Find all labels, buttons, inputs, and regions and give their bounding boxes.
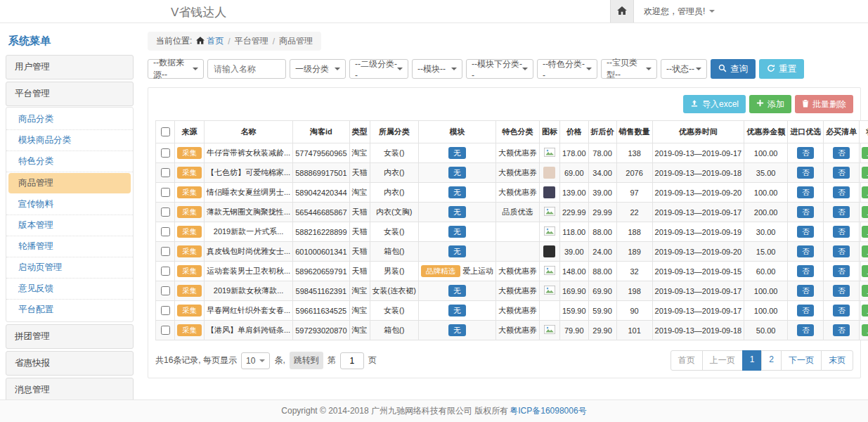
last-page-button[interactable]: 末页 xyxy=(821,350,853,371)
row-checkbox[interactable] xyxy=(161,286,170,295)
breadcrumb-home-link[interactable]: 首页 xyxy=(196,35,224,47)
sidebar-item-message-mgmt[interactable]: 消息管理 xyxy=(6,378,134,399)
chevron-down-icon xyxy=(193,68,198,70)
chevron-down-icon xyxy=(522,68,528,70)
welcome-text: 欢迎您，管理员! xyxy=(644,6,705,18)
per-page-select[interactable]: 10 xyxy=(241,352,270,369)
column-header-15: 状态 xyxy=(860,121,868,143)
page-2-button[interactable]: 2 xyxy=(761,350,782,371)
status-badge[interactable]: 上架 xyxy=(862,324,868,336)
icp-link[interactable]: 粤ICP备16098006号 xyxy=(510,405,586,417)
sidebar-item-module-product-category[interactable]: 模块商品分类 xyxy=(6,130,133,151)
import-select-badge[interactable]: 否 xyxy=(797,305,815,316)
name-search-input[interactable] xyxy=(207,59,286,79)
level1-category-select[interactable]: 一级分类 xyxy=(290,59,346,79)
cell-price: 159.90 xyxy=(559,301,588,321)
row-checkbox[interactable] xyxy=(161,168,170,177)
import-select-badge[interactable]: 否 xyxy=(797,265,815,277)
batch-delete-button[interactable]: 批量删除 xyxy=(795,95,853,113)
import-select-badge[interactable]: 否 xyxy=(797,226,815,238)
search-button[interactable]: 查询 xyxy=(711,59,756,79)
sidebar-item-promo-material[interactable]: 宣传物料 xyxy=(6,194,133,215)
import-select-badge[interactable]: 否 xyxy=(797,206,815,218)
sidebar-item-platform-mgmt[interactable]: 平台管理 xyxy=(6,82,134,106)
cell-source: 采集 xyxy=(175,262,205,281)
import-select-badge[interactable]: 否 xyxy=(797,167,815,179)
cell-module: 品牌精选爱上运动 xyxy=(418,262,495,281)
must-buy-badge[interactable]: 否 xyxy=(833,206,850,218)
sidebar-item-product-category[interactable]: 商品分类 xyxy=(6,109,133,130)
prev-page-button[interactable]: 上一页 xyxy=(702,350,743,371)
next-page-button[interactable]: 下一页 xyxy=(781,350,822,371)
sidebar-item-user-mgmt[interactable]: 用户管理 xyxy=(6,55,134,79)
sidebar-item-platform-config[interactable]: 平台配置 xyxy=(6,300,133,320)
cell-type: 淘宝 xyxy=(349,321,370,340)
breadcrumb-platform[interactable]: 平台管理 xyxy=(235,35,268,47)
must-buy-badge[interactable]: 否 xyxy=(833,186,850,198)
status-badge[interactable]: 上架 xyxy=(862,186,868,198)
home-button[interactable] xyxy=(610,0,634,23)
sidebar-item-carousel-mgmt[interactable]: 轮播管理 xyxy=(6,236,133,257)
row-checkbox[interactable] xyxy=(161,207,170,217)
sidebar-item-group-buy-mgmt[interactable]: 拼团管理 xyxy=(6,324,134,349)
row-checkbox[interactable] xyxy=(161,306,170,315)
must-buy-badge[interactable]: 否 xyxy=(833,245,850,257)
page-number-input[interactable] xyxy=(340,352,364,369)
cell-must-buy: 否 xyxy=(824,183,860,203)
sidebar-item-express-news[interactable]: 省惠快报 xyxy=(6,351,134,376)
import-excel-button[interactable]: 导入excel xyxy=(683,95,746,113)
feature-category-select[interactable]: --特色分类-- xyxy=(537,59,597,79)
cell-product-name: 2019新款一片式系... xyxy=(205,222,293,242)
status-badge[interactable]: 上架 xyxy=(862,305,868,316)
import-select-badge[interactable]: 否 xyxy=(797,245,815,257)
source-badge: 采集 xyxy=(177,206,202,218)
sidebar-item-product-mgmt[interactable]: 商品管理 xyxy=(8,173,131,193)
sidebar-item-feature-category[interactable]: 特色分类 xyxy=(6,151,133,172)
must-buy-badge[interactable]: 否 xyxy=(833,226,850,238)
status-badge[interactable]: 上架 xyxy=(862,245,868,257)
status-badge[interactable]: 上架 xyxy=(862,265,868,277)
must-buy-badge[interactable]: 否 xyxy=(833,265,850,277)
row-checkbox[interactable] xyxy=(161,326,170,335)
first-page-button[interactable]: 首页 xyxy=(671,350,703,371)
import-select-badge[interactable]: 否 xyxy=(797,285,815,297)
row-checkbox[interactable] xyxy=(161,247,170,256)
add-button[interactable]: 添加 xyxy=(749,95,791,113)
data-source-select[interactable]: --数据来源-- xyxy=(148,59,204,79)
item-type-select[interactable]: --宝贝类型-- xyxy=(601,59,657,79)
plus-icon xyxy=(756,99,764,109)
import-select-badge[interactable]: 否 xyxy=(797,324,815,336)
page-1-button[interactable]: 1 xyxy=(742,350,763,371)
level2-category-select[interactable]: --二级分类-- xyxy=(349,59,408,79)
module-select[interactable]: --模块-- xyxy=(412,59,462,79)
select-all-checkbox[interactable] xyxy=(161,127,170,136)
sidebar-item-splash-mgmt[interactable]: 启动页管理 xyxy=(6,257,133,279)
jump-to-button[interactable]: 跳转到 xyxy=(290,352,323,369)
module-sub-select[interactable]: --模块下分类-- xyxy=(466,59,533,79)
cell-icon xyxy=(539,222,559,242)
status-badge[interactable]: 上架 xyxy=(862,147,868,159)
row-checkbox[interactable] xyxy=(161,227,170,236)
row-checkbox[interactable] xyxy=(161,188,170,197)
must-buy-badge[interactable]: 否 xyxy=(833,305,850,316)
status-badge[interactable]: 上架 xyxy=(862,167,868,179)
row-checkbox[interactable] xyxy=(161,148,170,158)
status-select[interactable]: --状态-- xyxy=(661,59,707,79)
status-badge[interactable]: 上架 xyxy=(862,226,868,238)
cell-feature: 大额优惠券 xyxy=(495,163,539,183)
must-buy-badge[interactable]: 否 xyxy=(833,324,850,336)
user-menu[interactable]: 欢迎您，管理员! xyxy=(634,0,725,23)
must-buy-badge[interactable]: 否 xyxy=(833,147,850,159)
reset-button[interactable]: 重置 xyxy=(759,59,804,79)
must-buy-badge[interactable]: 否 xyxy=(833,285,850,297)
sidebar-item-feedback[interactable]: 意见反馈 xyxy=(6,279,133,300)
footer: Copyright © 2014-2018 广州九驰网络科技有限公司 版权所有 … xyxy=(0,399,868,422)
must-buy-badge[interactable]: 否 xyxy=(833,167,850,179)
cell-discount-price: 29.90 xyxy=(588,321,616,340)
status-badge[interactable]: 上架 xyxy=(862,206,868,218)
row-checkbox[interactable] xyxy=(161,267,170,276)
import-select-badge[interactable]: 否 xyxy=(797,147,815,159)
import-select-badge[interactable]: 否 xyxy=(797,186,815,198)
status-badge[interactable]: 上架 xyxy=(862,285,868,297)
sidebar-item-version-mgmt[interactable]: 版本管理 xyxy=(6,215,133,236)
